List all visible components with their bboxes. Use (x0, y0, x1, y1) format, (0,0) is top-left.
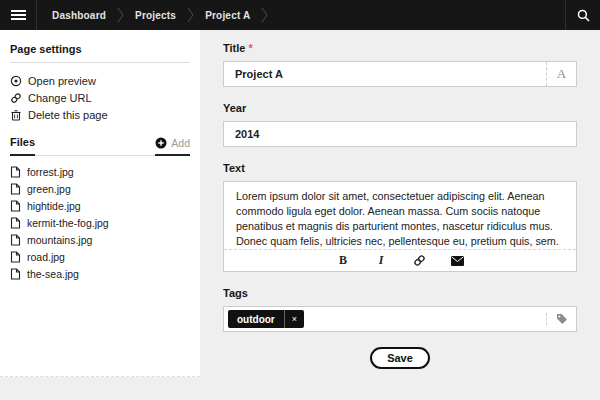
sidebar-item-label: Open preview (28, 75, 96, 87)
chevron-right-icon (117, 7, 124, 23)
menu-button[interactable] (0, 0, 37, 30)
year-label: Year (223, 102, 577, 114)
file-name: forrest.jpg (27, 166, 74, 178)
title-input-row: A (223, 61, 577, 87)
sidebar-item-label: Change URL (28, 92, 92, 104)
file-name: green.jpg (27, 183, 71, 195)
add-file-button[interactable]: Add (155, 137, 190, 156)
breadcrumb-item-project-a[interactable]: Project A (194, 10, 261, 21)
text-editor: B I (223, 181, 577, 272)
sidebar-item-open-preview[interactable]: Open preview (10, 72, 190, 89)
file-item[interactable]: hightide.jpg (10, 197, 190, 214)
chevron-right-icon (187, 7, 194, 23)
title-label: Title* (223, 42, 577, 54)
file-icon (10, 268, 21, 280)
tag-label: outdoor (228, 310, 284, 328)
text-toolbar: B I (224, 249, 576, 271)
file-icon (10, 200, 21, 212)
save-row: Save (223, 347, 577, 369)
required-marker: * (248, 42, 252, 54)
hamburger-icon (11, 10, 26, 20)
tag-picker-button[interactable] (546, 313, 576, 325)
sidebar-item-label: Delete this page (28, 109, 108, 121)
add-file-label: Add (171, 137, 190, 149)
insert-email-button[interactable] (438, 250, 476, 271)
text-label: Text (223, 162, 577, 174)
tag-icon (556, 313, 568, 325)
search-icon (577, 9, 590, 22)
year-input[interactable] (224, 122, 576, 146)
file-item[interactable]: kermit-the-fog.jpg (10, 214, 190, 231)
page-settings-menu: Open preview Change URL Delete this page (10, 72, 190, 123)
sidebar-item-delete-page[interactable]: Delete this page (10, 106, 190, 123)
sidebar: Page settings Open preview Change URL De… (0, 30, 200, 377)
breadcrumb-item-dashboard[interactable]: Dashboard (41, 10, 117, 21)
year-field: Year (223, 102, 577, 147)
tags-label: Tags (223, 287, 577, 299)
file-icon (10, 183, 21, 195)
file-name: kermit-the-fog.jpg (27, 217, 109, 229)
title-format-button[interactable]: A (546, 62, 576, 86)
search-button[interactable] (565, 0, 600, 30)
sidebar-item-change-url[interactable]: Change URL (10, 89, 190, 106)
file-name: hightide.jpg (27, 200, 81, 212)
file-icon (10, 166, 21, 178)
tag-chip-outdoor[interactable]: outdoor × (228, 310, 304, 328)
files-header: Files Add (10, 136, 190, 156)
envelope-icon (451, 256, 464, 266)
topbar-spacer (268, 0, 565, 30)
insert-link-button[interactable] (400, 250, 438, 271)
letter-a-icon: A (557, 66, 566, 82)
file-item[interactable]: green.jpg (10, 180, 190, 197)
italic-button[interactable]: I (362, 250, 400, 271)
file-list: forrest.jpg green.jpg hightide.jpg kermi… (10, 163, 190, 282)
preview-icon (10, 75, 22, 87)
file-icon (10, 234, 21, 246)
tags-area: outdoor × (228, 310, 546, 328)
bold-button[interactable]: B (324, 250, 362, 271)
page-settings-title: Page settings (10, 43, 190, 63)
file-item[interactable]: forrest.jpg (10, 163, 190, 180)
file-name: road.jpg (27, 251, 65, 263)
file-item[interactable]: the-sea.jpg (10, 265, 190, 282)
remove-tag-button[interactable]: × (284, 310, 304, 328)
link-icon (10, 92, 22, 104)
file-icon (10, 251, 21, 263)
trash-icon (10, 109, 22, 121)
text-field: Text B I (223, 162, 577, 272)
year-input-row (223, 121, 577, 147)
topbar: Dashboard Projects Project A (0, 0, 600, 30)
main-form: Title* A Year Text B I (200, 30, 600, 369)
file-name: mountains.jpg (27, 234, 92, 246)
tags-field: Tags outdoor × (223, 287, 577, 332)
title-label-text: Title (223, 42, 245, 54)
file-name: the-sea.jpg (27, 268, 79, 280)
files-title: Files (10, 136, 35, 156)
tags-input-row[interactable]: outdoor × (223, 306, 577, 332)
title-field: Title* A (223, 42, 577, 87)
file-item[interactable]: road.jpg (10, 248, 190, 265)
breadcrumb-item-projects[interactable]: Projects (124, 10, 187, 21)
text-textarea[interactable] (224, 182, 576, 249)
file-item[interactable]: mountains.jpg (10, 231, 190, 248)
breadcrumb: Dashboard Projects Project A (37, 0, 268, 30)
add-circle-icon (155, 137, 167, 149)
chevron-right-icon (261, 7, 268, 23)
file-icon (10, 217, 21, 229)
link-icon (413, 254, 426, 267)
save-button[interactable]: Save (370, 347, 430, 369)
title-input[interactable] (224, 62, 546, 86)
